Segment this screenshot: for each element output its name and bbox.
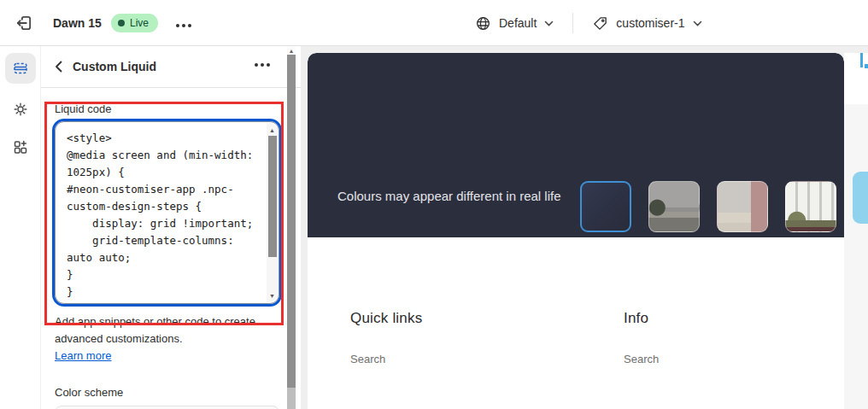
canvas-right-gutter [844,104,868,409]
panel-header: Custom Liquid [41,46,301,88]
live-status-badge: Live [111,14,158,32]
clipped-blue-icon [860,53,868,67]
exit-customizer-button[interactable] [12,11,36,35]
left-icon-rail [0,46,41,409]
exit-icon [15,14,33,32]
thumbnail-house-exterior[interactable] [785,181,836,232]
panel-scroll-up-arrow[interactable]: ▲ [287,46,296,55]
topbar-center-controls: Default customiser-1 [475,0,702,46]
code-editor-scrollbar: ▲ ▼ [267,123,278,302]
liquid-code-editor: <style> @media screen and (min-width: 10… [55,121,279,304]
thumbnail-swatch-selected[interactable] [580,181,631,232]
thumbnail-bright-room[interactable] [717,181,768,232]
liquid-code-help-text: Add app snippets or other code to create… [55,313,270,348]
locale-selector[interactable]: Default [475,15,554,32]
page-selector-value: customiser-1 [616,16,684,30]
color-scheme-select[interactable] [55,406,279,409]
tag-icon [592,15,608,32]
top-bar: Dawn 15 Live Default [0,0,868,46]
panel-body: Liquid code <style> @media screen and (m… [41,88,301,409]
gear-icon [12,101,29,118]
chevron-left-icon [55,61,62,73]
section-settings-panel: Custom Liquid Liquid code <style> @media… [41,46,301,409]
sections-icon [12,60,29,77]
sidebar-tab-app-embeds[interactable] [5,131,36,162]
locale-selector-value: Default [499,16,537,30]
store-preview-page[interactable]: Colours may appear different in real lif… [308,53,844,409]
panel-scrollbar-thumb[interactable] [287,55,296,388]
code-editor-scrollbar-thumb[interactable] [268,136,277,257]
back-button[interactable] [55,61,62,73]
sidebar-tab-sections[interactable] [5,53,36,84]
footer-link-search-2[interactable]: Search [624,353,659,365]
live-dot-icon [118,20,125,26]
hero-caption: Colours may appear different in real lif… [337,188,594,204]
scroll-up-arrow[interactable]: ▲ [267,125,278,135]
globe-icon [475,15,491,32]
hero-thumbnail-row [580,181,836,232]
liquid-code-textarea[interactable]: <style> @media screen and (min-width: 10… [56,122,267,303]
thumbnail-living-room[interactable] [648,181,700,232]
theme-more-actions-button[interactable] [176,19,191,32]
sidebar-tab-theme-settings[interactable] [5,94,36,125]
footer-heading-quick-links: Quick links [350,310,422,327]
app-blocks-icon [12,138,29,155]
theme-name: Dawn 15 [53,0,102,46]
live-badge-label: Live [130,17,149,29]
side-widget-tab[interactable] [853,172,868,224]
theme-customizer-window: Dawn 15 Live Default [0,0,868,409]
preview-canvas: Colours may appear different in real lif… [301,46,868,409]
section-more-actions-button[interactable] [255,63,270,67]
panel-scrollbar-track[interactable] [287,388,296,409]
learn-more-link[interactable]: Learn more [55,349,111,362]
chevron-down-icon [544,20,554,26]
color-scheme-label: Color scheme [55,386,301,399]
page-selector[interactable]: customiser-1 [592,15,701,32]
footer-link-search[interactable]: Search [350,353,385,365]
panel-title: Custom Liquid [73,60,156,73]
footer-heading-info: Info [624,310,648,327]
panel-scrollbar: ▲ [287,46,296,409]
chevron-down-icon [693,20,702,26]
scroll-down-arrow[interactable]: ▼ [267,290,278,301]
liquid-code-label: Liquid code [55,102,301,115]
preview-hero-section[interactable]: Colours may appear different in real lif… [308,53,844,237]
topbar-divider [572,13,573,33]
